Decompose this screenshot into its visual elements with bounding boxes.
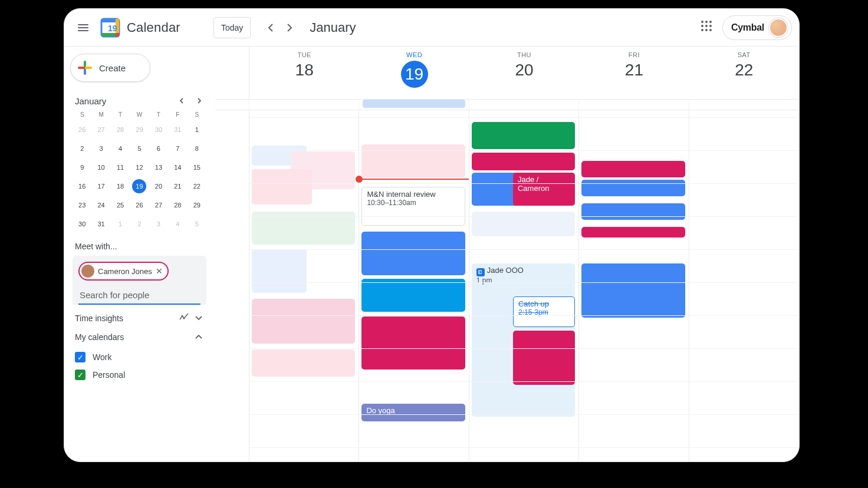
- brand-label: Cymbal: [731, 22, 764, 33]
- search-people-input[interactable]: [78, 286, 200, 305]
- mini-day[interactable]: 29: [190, 198, 204, 212]
- calendar-event[interactable]: [472, 153, 575, 170]
- mini-day[interactable]: 26: [132, 198, 146, 212]
- calendar-event[interactable]: [581, 203, 685, 220]
- mini-day[interactable]: 22: [190, 179, 204, 193]
- chevron-up-icon: [193, 332, 204, 342]
- mini-day[interactable]: 2: [132, 217, 146, 231]
- today-button[interactable]: Today: [213, 17, 251, 38]
- prev-period-button[interactable]: [261, 18, 280, 37]
- mini-day[interactable]: 5: [190, 217, 204, 231]
- dow-label: FRI: [579, 51, 689, 58]
- day-header[interactable]: TUE18: [249, 47, 359, 99]
- person-chip[interactable]: Cameron Jones ✕: [78, 262, 169, 281]
- person-chip-name: Cameron Jones: [98, 267, 152, 276]
- mini-day[interactable]: 27: [152, 198, 166, 212]
- mini-day[interactable]: 3: [94, 141, 108, 156]
- mini-day[interactable]: 1: [190, 123, 204, 137]
- calendar-event[interactable]: M&N internal review10:30–11:30am: [361, 187, 465, 226]
- my-calendars-row[interactable]: My calendars: [75, 332, 204, 342]
- svg-text:19: 19: [108, 24, 117, 33]
- calendar-event[interactable]: [252, 249, 307, 293]
- hamburger-icon: [78, 24, 88, 31]
- mini-day[interactable]: 14: [170, 160, 185, 174]
- create-button[interactable]: Create: [70, 54, 150, 82]
- calendar-event[interactable]: Do yoga: [361, 404, 465, 421]
- calendar-event[interactable]: [513, 331, 575, 385]
- mini-day[interactable]: 10: [94, 160, 108, 174]
- google-apps-button[interactable]: [701, 21, 715, 35]
- day-header[interactable]: SAT22: [689, 47, 799, 99]
- mini-day[interactable]: 30: [152, 123, 166, 137]
- mini-day[interactable]: 20: [152, 179, 166, 193]
- calendar-event[interactable]: [361, 279, 465, 312]
- next-period-button[interactable]: [280, 18, 299, 37]
- mini-day[interactable]: 1: [113, 217, 127, 231]
- chevron-down-icon: [193, 313, 204, 324]
- mini-day[interactable]: 24: [94, 198, 108, 212]
- account-switcher[interactable]: Cymbal: [722, 15, 792, 40]
- mini-day[interactable]: 6: [152, 141, 166, 156]
- calendar-grid[interactable]: TUE18WED19THU20FRI21SAT22 M&N internal r…: [215, 47, 799, 461]
- mini-day[interactable]: 30: [75, 217, 89, 231]
- time-insights-row[interactable]: Time insights: [75, 313, 204, 324]
- remove-chip-button[interactable]: ✕: [156, 266, 163, 276]
- main-menu-button[interactable]: [69, 14, 97, 42]
- sidebar: Create January SMTWTFS262728293031123456…: [64, 47, 215, 461]
- calendar-event[interactable]: [581, 180, 685, 196]
- mini-day[interactable]: 4: [170, 217, 185, 231]
- calendar-event[interactable]: [252, 169, 312, 205]
- calendar-event[interactable]: [581, 263, 685, 318]
- calendar-event[interactable]: [472, 122, 575, 149]
- calendar-toggle-personal[interactable]: ✓ Personal: [75, 366, 204, 384]
- mini-day[interactable]: 9: [75, 160, 89, 174]
- mini-day[interactable]: 31: [170, 123, 185, 137]
- calendar-event[interactable]: Catch up2:15-3pm: [513, 296, 575, 327]
- mini-day[interactable]: 18: [113, 179, 127, 193]
- mini-day[interactable]: 11: [113, 160, 127, 174]
- mini-day[interactable]: 21: [170, 179, 185, 193]
- calendar-event[interactable]: [361, 232, 465, 275]
- mini-day[interactable]: 15: [190, 160, 204, 174]
- mini-day[interactable]: 28: [113, 123, 127, 137]
- mini-prev-month[interactable]: [175, 94, 189, 108]
- mini-day[interactable]: 7: [170, 141, 185, 156]
- mini-day[interactable]: 8: [190, 141, 204, 156]
- day-header[interactable]: THU20: [469, 47, 579, 99]
- mini-dow: M: [91, 111, 110, 118]
- mini-day[interactable]: 27: [94, 123, 108, 137]
- mini-day[interactable]: 29: [132, 123, 146, 137]
- mini-day[interactable]: 2: [75, 141, 89, 156]
- mini-next-month[interactable]: [192, 94, 206, 108]
- mini-day[interactable]: 13: [152, 160, 166, 174]
- calendar-event[interactable]: [581, 227, 685, 238]
- mini-day[interactable]: 26: [75, 123, 89, 137]
- mini-day[interactable]: 5: [132, 141, 146, 156]
- mini-day[interactable]: 25: [113, 198, 127, 212]
- calendar-event[interactable]: [361, 144, 465, 177]
- day-header[interactable]: FRI21: [579, 47, 689, 99]
- calendar-toggle-work[interactable]: ✓ Work: [75, 348, 204, 366]
- mini-day[interactable]: 28: [170, 198, 185, 212]
- calendar-event[interactable]: [252, 349, 355, 377]
- calendar-event[interactable]: [252, 299, 355, 344]
- calendar-event[interactable]: [472, 212, 575, 236]
- mini-day[interactable]: 4: [113, 141, 127, 156]
- calendar-event[interactable]: Jade / Cameron: [513, 173, 575, 206]
- day-header[interactable]: WED19: [359, 47, 469, 99]
- calendar-event[interactable]: [361, 316, 465, 370]
- chevron-left-icon: [179, 98, 184, 104]
- chevron-right-icon: [197, 98, 202, 104]
- mini-day[interactable]: 19: [132, 179, 146, 193]
- allday-event[interactable]: [363, 100, 465, 108]
- mini-day[interactable]: 17: [94, 179, 108, 193]
- mini-day[interactable]: 16: [75, 179, 89, 193]
- mini-day[interactable]: 23: [75, 198, 89, 212]
- mini-day[interactable]: 31: [94, 217, 108, 231]
- event-time: 1 pm: [476, 276, 570, 285]
- event-title: Jade / Cameron: [518, 175, 549, 193]
- calendar-event[interactable]: [581, 161, 685, 177]
- mini-day[interactable]: 3: [152, 217, 166, 231]
- mini-day[interactable]: 12: [132, 160, 146, 174]
- mini-calendar[interactable]: SMTWTFS262728293031123456789101112131415…: [73, 111, 206, 231]
